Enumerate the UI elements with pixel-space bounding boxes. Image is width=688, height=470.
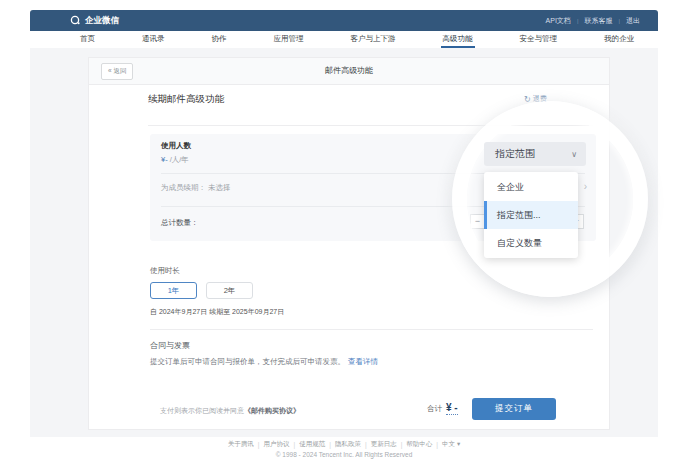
tab-contacts[interactable]: 通讯录 xyxy=(140,31,167,48)
duration-label: 使用时长 xyxy=(150,266,180,276)
top-links: API文档 | 联系客服 | 退出 xyxy=(546,16,640,26)
wecom-logo-icon xyxy=(70,15,81,26)
invoice-note: 提交订单后可申请合同与报价单，支付完成后可申请发票。查看详情 xyxy=(150,357,378,367)
price-amount: ¥- xyxy=(161,155,168,164)
footer-links: 关于腾讯 | 用户协议 | 使用规范 | 隐私政策 | 更新日志 | 帮助中心 … xyxy=(0,440,688,449)
scope-select[interactable]: 指定范围 ∨ xyxy=(484,142,586,166)
footer-link-user-agreement[interactable]: 用户协议 xyxy=(264,440,290,449)
separator: | xyxy=(436,441,438,448)
invoice-note-text: 提交订单后可申请合同与报价单，支付完成后可申请发票。 xyxy=(150,357,345,366)
logout-link[interactable]: 退出 xyxy=(626,16,640,26)
separator: | xyxy=(294,441,296,448)
unit-price: ¥-/人/年 xyxy=(161,155,189,165)
separator: | xyxy=(329,441,331,448)
top-bar: 企业微信 API文档 | 联系客服 | 退出 xyxy=(30,10,658,31)
language-label: 中文 xyxy=(442,440,455,447)
order-total: 合计 ¥ - xyxy=(427,402,458,415)
refund-link-label: 退费 xyxy=(533,94,547,104)
footer-link-privacy[interactable]: 隐私政策 xyxy=(335,440,361,449)
separator: | xyxy=(365,441,367,448)
menu-item-custom-quantity[interactable]: 自定义数量 xyxy=(484,229,578,257)
view-details-link[interactable]: 查看详情 xyxy=(348,357,378,366)
copyright: © 1998 - 2024 Tencent Inc. All Rights Re… xyxy=(0,451,688,458)
renew-section-heading: 续期邮件高级功能 xyxy=(148,93,224,106)
brand-name: 企业微信 xyxy=(85,15,119,27)
separator: | xyxy=(258,441,260,448)
duration-1year-button[interactable]: 1年 xyxy=(150,282,197,299)
submit-order-button[interactable]: 提交订单 xyxy=(472,398,556,420)
main-nav: 首页 通讯录 协作 应用管理 客户与上下游 高级功能 安全与管理 我的企业 xyxy=(30,31,658,48)
footer-link-help-center[interactable]: 帮助中心 xyxy=(406,440,432,449)
refresh-icon: ↻ xyxy=(524,95,531,104)
separator: | xyxy=(618,18,620,24)
stepper-minus-button[interactable]: − xyxy=(470,214,485,229)
payment-agreement: 支付则表示你已阅读并同意《邮件购买协议》 xyxy=(160,406,300,416)
refund-link[interactable]: ↻ 退费 xyxy=(524,94,547,104)
tab-home[interactable]: 首页 xyxy=(78,31,97,48)
divider xyxy=(148,125,593,126)
agreement-text: 支付则表示你已阅读并同意 xyxy=(160,407,244,414)
total-quantity-label: 总计数量： xyxy=(161,218,199,228)
renew-members-label: 为成员续期： xyxy=(161,183,206,192)
separator: | xyxy=(401,441,403,448)
renew-members-row[interactable]: 为成员续期： 未选择 xyxy=(161,183,231,193)
tab-collaboration[interactable]: 协作 xyxy=(210,31,229,48)
tab-my-enterprise[interactable]: 我的企业 xyxy=(602,31,636,48)
duration-options: 1年 2年 xyxy=(150,282,253,299)
tab-app-management[interactable]: 应用管理 xyxy=(272,31,306,48)
total-label: 合计 xyxy=(427,404,442,414)
wecom-admin-screen: 企业微信 API文档 | 联系客服 | 退出 首页 通讯录 协作 应用管理 客户… xyxy=(0,0,688,470)
footer-link-changelog[interactable]: 更新日志 xyxy=(371,440,397,449)
duration-2year-button[interactable]: 2年 xyxy=(206,282,253,299)
caret-down-icon: ▾ xyxy=(457,440,460,447)
total-value: ¥ - xyxy=(446,402,458,415)
footer-link-about[interactable]: 关于腾讯 xyxy=(228,440,254,449)
renew-members-value: 未选择 xyxy=(208,183,231,192)
api-docs-link[interactable]: API文档 xyxy=(546,16,571,26)
tab-customers[interactable]: 客户与上下游 xyxy=(349,31,398,48)
menu-item-specified-scope[interactable]: 指定范围... xyxy=(484,201,578,229)
menu-item-whole-company[interactable]: 全企业 xyxy=(484,173,578,201)
chevron-right-icon[interactable]: › xyxy=(584,182,587,192)
page-title: 邮件高级功能 xyxy=(89,58,609,84)
divider xyxy=(150,329,593,330)
invoice-section-heading: 合同与发票 xyxy=(150,340,190,351)
people-count-label: 使用人数 xyxy=(161,141,191,151)
scope-select-value: 指定范围 xyxy=(495,147,535,161)
tab-security-management[interactable]: 安全与管理 xyxy=(518,31,560,48)
separator: | xyxy=(577,18,579,24)
scope-dropdown-menu: 全企业 指定范围... 自定义数量 xyxy=(484,172,578,258)
page-footer: 关于腾讯 | 用户协议 | 使用规范 | 隐私政策 | 更新日志 | 帮助中心 … xyxy=(0,440,688,458)
tab-advanced-features[interactable]: 高级功能 xyxy=(441,31,475,48)
renew-period-note: 自 2024年9月27日 续期至 2025年09月27日 xyxy=(150,307,284,317)
purchase-agreement-link[interactable]: 《邮件购买协议》 xyxy=(244,407,300,414)
chevron-down-icon: ∨ xyxy=(571,150,577,159)
brand: 企业微信 xyxy=(70,15,119,27)
contact-support-link[interactable]: 联系客服 xyxy=(584,16,612,26)
footer-link-usage-rules[interactable]: 使用规范 xyxy=(299,440,325,449)
card-header: « 返回 邮件高级功能 xyxy=(89,58,609,85)
language-selector[interactable]: 中文 ▾ xyxy=(442,440,460,449)
price-unit: /人/年 xyxy=(170,155,189,164)
